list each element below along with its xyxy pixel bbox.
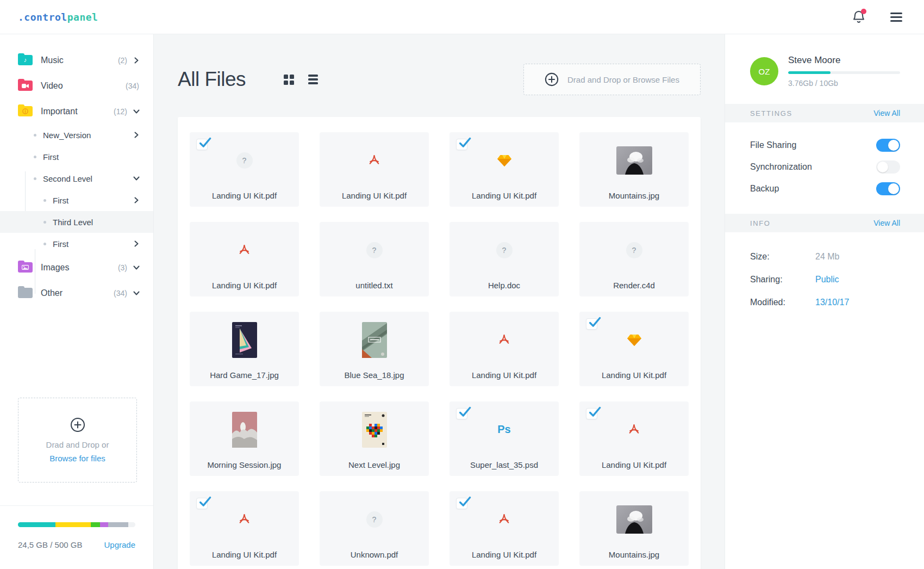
info-list: Size:24 MbSharing:PublicModified:13/10/1…	[725, 232, 924, 319]
file-name: Render.c4d	[583, 281, 685, 290]
sidebar-item-first[interactable]: First	[0, 189, 153, 211]
list-view-icon[interactable]	[308, 75, 318, 84]
avatar[interactable]: OZ	[750, 57, 778, 85]
toggle-backup[interactable]	[876, 182, 900, 195]
info-value[interactable]: 13/10/17	[815, 298, 849, 307]
file-card-landing-ui-kit-pdf[interactable]: Landing UI Kit.pdf	[579, 401, 689, 476]
file-card-unknown-pdf[interactable]: ?Unknown.pdf	[320, 491, 429, 566]
file-name: Landing UI Kit.pdf	[193, 281, 296, 290]
toggle-file-sharing[interactable]	[876, 139, 900, 152]
sidebar-item-label: Second Level	[43, 174, 92, 183]
file-card-hard-game-17-jpg[interactable]: Hard Game_17.jpg	[190, 312, 299, 386]
storage-segment	[100, 522, 108, 527]
sidebar-item-label: Other	[41, 288, 63, 298]
grid-view-icon[interactable]	[284, 75, 294, 85]
sidebar-item-other[interactable]: Other(34)	[0, 280, 153, 306]
sidebar-item-first[interactable]: First	[0, 233, 153, 255]
hamburger-menu-icon[interactable]	[890, 13, 902, 22]
sidebar-item-images[interactable]: Images(3)	[0, 255, 153, 280]
tree-bullet	[43, 221, 46, 224]
dropzone-text: Drad and Drop or	[46, 440, 109, 449]
tree-bullet	[34, 177, 36, 180]
file-name: Landing UI Kit.pdf	[453, 550, 555, 559]
storage-segment	[108, 522, 128, 527]
settings-toggle-list: File SharingSynchronizationBackup	[725, 122, 924, 214]
chevron-down-icon[interactable]	[134, 290, 139, 296]
item-count: (3)	[118, 263, 127, 272]
tree-bullet	[43, 243, 46, 245]
sidebar-item-label: First	[43, 152, 59, 162]
file-card-landing-ui-kit-pdf[interactable]: Landing UI Kit.pdf	[190, 491, 299, 566]
sidebar-item-video[interactable]: Video(34)	[0, 73, 153, 98]
sidebar-item-important[interactable]: Important(12)	[0, 98, 153, 124]
file-card-render-c4d[interactable]: ?Render.c4d	[579, 222, 689, 296]
storage-used-label: 24,5 GB / 500 GB	[18, 540, 82, 549]
unknown-file-icon: ?	[449, 222, 559, 278]
sketch-file-icon	[449, 132, 559, 188]
pdf-file-icon	[579, 401, 689, 457]
tree-bullet	[43, 199, 46, 202]
chevron-right-icon[interactable]	[134, 197, 139, 203]
sketch-file-icon	[579, 312, 689, 368]
right-sidebar: OZ Steve Moore 3.76Gb / 10Gb SETTINGS Vi…	[725, 34, 924, 569]
profile-usage: 3.76Gb / 10Gb	[788, 79, 900, 88]
chevron-down-icon[interactable]	[134, 264, 139, 271]
file-card-landing-ui-kit-pdf[interactable]: Landing UI Kit.pdf	[449, 132, 559, 207]
file-card-morning-session-jpg[interactable]: Morning Session.jpg	[190, 401, 299, 476]
images-folder-icon	[18, 262, 33, 273]
file-card-next-level-jpg[interactable]: Next Level.jpg	[320, 401, 429, 476]
item-count: (34)	[126, 82, 139, 90]
files-panel: ?Landing UI Kit.pdfLanding UI Kit.pdfLan…	[178, 117, 701, 569]
toggle-synchronization[interactable]	[876, 160, 900, 174]
chevron-right-icon[interactable]	[134, 132, 139, 138]
file-card-mountains-jpg[interactable]: Mountains.jpg	[579, 491, 689, 566]
profile-name: Steve Moore	[788, 55, 900, 66]
sidebar-item-music[interactable]: ♪Music(2)	[0, 47, 153, 73]
file-name: Blue Sea_18.jpg	[323, 370, 426, 380]
file-card-landing-ui-kit-pdf[interactable]: Landing UI Kit.pdf	[190, 222, 299, 296]
sidebar-item-label: Important	[41, 107, 78, 116]
file-card-super-last-35-psd[interactable]: PsSuper_last_35.psd	[449, 401, 559, 476]
unknown-file-icon: ?	[579, 222, 689, 278]
file-card-landing-ui-kit-pdf[interactable]: Landing UI Kit.pdf	[449, 312, 559, 386]
browse-for-files-link[interactable]: Browse for files	[49, 454, 105, 463]
sidebar-item-label: Third Level	[53, 218, 93, 227]
sidebar-item-third-level[interactable]: Third Level	[0, 211, 153, 233]
file-card-untitled-txt[interactable]: ?untitled.txt	[320, 222, 429, 296]
settings-view-all-link[interactable]: View All	[873, 109, 900, 117]
chevron-down-icon[interactable]	[134, 108, 139, 115]
sidebar-item-second-level[interactable]: Second Level	[0, 168, 153, 189]
plus-circle-icon	[70, 417, 85, 432]
notifications-bell-icon[interactable]	[852, 10, 865, 24]
file-name: Mountains.jpg	[583, 550, 685, 559]
profile-progress-track	[788, 71, 900, 74]
setting-row-synchronization: Synchronization	[750, 156, 900, 178]
file-card-landing-ui-kit-pdf[interactable]: Landing UI Kit.pdf	[320, 132, 429, 207]
file-card-landing-ui-kit-pdf[interactable]: ?Landing UI Kit.pdf	[190, 132, 299, 207]
file-name: Landing UI Kit.pdf	[323, 191, 426, 200]
info-row-modified-: Modified:13/10/17	[750, 291, 900, 314]
file-name: Super_last_35.psd	[453, 460, 555, 469]
file-card-help-doc[interactable]: ?Help.doc	[449, 222, 559, 296]
unknown-file-icon: ?	[190, 132, 299, 188]
info-view-all-link[interactable]: View All	[873, 219, 900, 227]
upgrade-link[interactable]: Upgrade	[104, 540, 135, 549]
file-card-mountains-jpg[interactable]: Mountains.jpg	[579, 132, 689, 207]
chevron-right-icon[interactable]	[134, 57, 139, 64]
info-label: Modified:	[750, 298, 815, 307]
file-grid: ?Landing UI Kit.pdfLanding UI Kit.pdfLan…	[178, 117, 701, 569]
file-card-landing-ui-kit-pdf[interactable]: Landing UI Kit.pdf	[579, 312, 689, 386]
sidebar-item-first[interactable]: First	[0, 146, 153, 168]
setting-row-backup: Backup	[750, 178, 900, 200]
file-card-landing-ui-kit-pdf[interactable]: Landing UI Kit.pdf	[449, 491, 559, 566]
sidebar-dropzone[interactable]: Drad and Drop or Browse for files	[18, 398, 137, 483]
sidebar-item-new-version[interactable]: New_Version	[0, 124, 153, 146]
file-card-blue-sea-18-jpg[interactable]: Blue Sea_18.jpg	[320, 312, 429, 386]
info-label: Sharing:	[750, 275, 815, 284]
chevron-right-icon[interactable]	[134, 240, 139, 247]
tree-bullet	[34, 156, 36, 158]
info-value[interactable]: Public	[815, 275, 839, 284]
main-dropzone[interactable]: Drad and Drop or Browse Files	[523, 64, 701, 95]
file-name: Landing UI Kit.pdf	[583, 460, 685, 469]
chevron-down-icon[interactable]	[134, 175, 139, 182]
